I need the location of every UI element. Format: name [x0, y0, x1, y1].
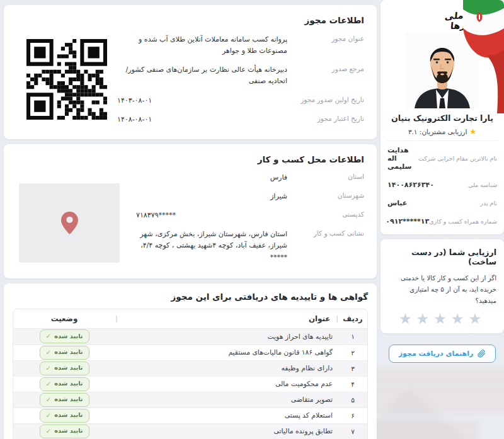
field-value: ۷۱۸۳۷۹*****	[136, 210, 287, 221]
check-icon: ✓	[46, 426, 52, 436]
check-icon: ✓	[46, 411, 52, 421]
status-label: تایید شده	[54, 411, 83, 420]
license-field-row: عنوان مجوز پروانه کسب سامانه معاملات آنل…	[117, 30, 364, 60]
location-title: اطلاعات محل کسب و کار	[16, 154, 364, 164]
license-info-card: اطلاعات مجوز	[4, 5, 377, 139]
row-status: تایید شده ✓	[13, 329, 115, 343]
license-field-row: مرجع صدور دبیرخانه هیأت عالی نظارت بر سا…	[117, 60, 364, 91]
row-number: ۴	[338, 380, 367, 388]
field-label: شماره همراه کسب و کاری	[429, 218, 497, 225]
status-label: تایید شده	[54, 426, 83, 436]
status-badge: تایید شده ✓	[40, 425, 89, 438]
license-guide-button[interactable]: راهنمای دریافت مجوز	[389, 345, 496, 363]
column-divider: |	[115, 314, 118, 322]
iran-flag-icon	[461, 0, 504, 117]
table-row: ۴ عدم محکومیت مالی تایید شده ✓	[13, 376, 367, 392]
field-value: استان فارس، شهرستان شیراز، بخش مرکزی، شه…	[136, 229, 287, 263]
table-row: ۷ تطابق پرونده مالیاتی تایید شده ✓	[13, 423, 367, 439]
map-pin-icon	[61, 212, 78, 234]
page-layout: درگاه ملی مجوزها	[0, 0, 504, 439]
status-label: تایید شده	[54, 363, 83, 373]
status-badge: تایید شده ✓	[40, 377, 89, 391]
field-value: عباس	[387, 199, 407, 207]
row-title: عدم محکومیت مالی	[115, 380, 338, 388]
check-icon: ✓	[46, 379, 52, 389]
profile-field-row: شناسه ملی ۱۴۰۰۸۶۲۶۳۴۰	[381, 176, 504, 194]
guide-button-label: راهنمای دریافت مجوز	[399, 350, 474, 358]
location-field-row: کدپستی ۷۱۸۳۷۹*****	[136, 206, 364, 225]
row-number: ۲	[338, 349, 367, 356]
evaluation-title: ارزیابی شما (در دست ساخت)	[388, 248, 496, 266]
row-title: تطابق پرونده مالیاتی	[115, 427, 338, 435]
status-label: تایید شده	[54, 332, 83, 341]
row-number: ۳	[338, 365, 367, 372]
field-label: تاریخ اولین صدور مجوز	[287, 95, 364, 103]
field-label: شناسه ملی	[468, 181, 497, 188]
row-status: تایید شده ✓	[13, 425, 115, 438]
qr-code	[26, 39, 107, 120]
profile-sidebar: درگاه ملی مجوزها	[381, 0, 504, 363]
field-label: مرجع صدور	[287, 64, 364, 72]
field-value: ۱۴۰۸-۰۸-۰۱	[117, 114, 287, 125]
row-title: استعلام کد پستی	[115, 411, 338, 419]
gold-star-icon: ★	[469, 128, 476, 135]
paperclip-icon	[478, 350, 486, 358]
row-status: تایید شده ✓	[13, 346, 115, 360]
field-label: تاریخ اعتبار مجوز	[287, 114, 364, 122]
certificates-card: گواهی ها و تاییدیه های دریافتی برای این …	[4, 283, 377, 439]
location-field-row: نشانی کسب و کار استان فارس، شهرستان شیرا…	[136, 225, 364, 266]
business-profile-card: درگاه ملی مجوزها	[381, 0, 504, 234]
field-label: استان	[287, 172, 364, 180]
evaluation-question: اگر از این کسب و کار کالا یا خدمتی خریده…	[388, 272, 496, 306]
row-status: تایید شده ✓	[13, 362, 115, 375]
location-field-row: استان فارس	[136, 168, 364, 187]
table-row: ۵ تصویر متقاضی تایید شده ✓	[13, 392, 367, 408]
certificates-title: گواهی ها و تاییدیه های دریافتی برای این …	[13, 292, 368, 302]
check-icon: ✓	[46, 395, 52, 405]
license-info-title: اطلاعات مجوز	[16, 15, 364, 25]
column-header-row: ردیف	[338, 314, 367, 323]
row-status: تایید شده ✓	[13, 409, 115, 423]
table-row: ۶ استعلام کد پستی تایید شده ✓	[13, 408, 367, 423]
field-value: شیراز	[136, 191, 287, 202]
status-badge: تایید شده ✓	[40, 329, 89, 343]
status-badge: تایید شده ✓	[40, 346, 89, 360]
status-badge: تایید شده ✓	[40, 362, 89, 375]
table-row: ۲ گواهی ۱۸۶ قانون مالیات‌های مستقیم تایی…	[13, 345, 367, 360]
row-status: تایید شده ✓	[13, 377, 115, 391]
field-label: نشانی کسب و کار	[287, 229, 364, 237]
row-number: ۷	[338, 428, 367, 435]
field-value: ۰۹۱۲*****۱۳	[386, 217, 429, 225]
field-value: پروانه کسب سامانه معاملات آنلاین طلای آب…	[117, 34, 287, 57]
field-label: شهرستان	[287, 191, 364, 199]
column-divider: |	[336, 314, 338, 322]
your-evaluation-card: ارزیابی شما (در دست ساخت) اگر از این کسب…	[381, 239, 504, 333]
table-row: ۱ تاییدیه های احراز هویت تایید شده ✓	[13, 329, 367, 345]
row-title: تاییدیه های احراز هویت	[115, 333, 338, 341]
status-badge: تایید شده ✓	[40, 409, 89, 423]
table-row: ۳ دارای نظام وظیفه تایید شده ✓	[13, 360, 367, 376]
location-field-row: شهرستان شیراز	[136, 187, 364, 206]
status-label: تایید شده	[54, 348, 83, 357]
profile-field-row: نام بالاترین مقام اجرایی شرکت هدایت اله …	[381, 141, 504, 176]
status-label: تایید شده	[54, 379, 83, 389]
map-thumbnail	[19, 183, 120, 263]
license-field-row: تاریخ اولین صدور مجوز ۱۴۰۳-۰۸-۰۱	[117, 91, 364, 110]
column-header-status: وضعیت	[13, 314, 115, 323]
field-value: دبیرخانه هیأت عالی نظارت بر سازمان‌های ص…	[117, 64, 287, 87]
table-body: ۱ تاییدیه های احراز هویت تایید شده ✓	[13, 329, 367, 439]
main-content: اطلاعات مجوز	[4, 0, 377, 439]
certificates-table: ردیف | عنوان | وضعیت ۱ تاییدیه های احراز…	[13, 309, 368, 439]
row-status: تایید شده ✓	[13, 393, 115, 407]
profile-fields: نام بالاترین مقام اجرایی شرکت هدایت اله …	[381, 141, 504, 231]
field-label: نام پدر	[480, 200, 497, 207]
column-header-title: عنوان	[118, 314, 336, 323]
row-number: ۶	[338, 412, 367, 419]
field-value: ۱۴۰۳-۰۸-۰۱	[117, 95, 287, 106]
star-rating-input[interactable]: ★★★★★	[388, 311, 496, 327]
row-title: گواهی ۱۸۶ قانون مالیات‌های مستقیم	[115, 348, 338, 356]
field-label: نام بالاترین مقام اجرایی شرکت	[418, 155, 497, 162]
field-value: ۱۴۰۰۸۶۲۶۳۴۰	[387, 181, 434, 189]
status-badge: تایید شده ✓	[40, 393, 89, 407]
check-icon: ✓	[46, 348, 52, 358]
